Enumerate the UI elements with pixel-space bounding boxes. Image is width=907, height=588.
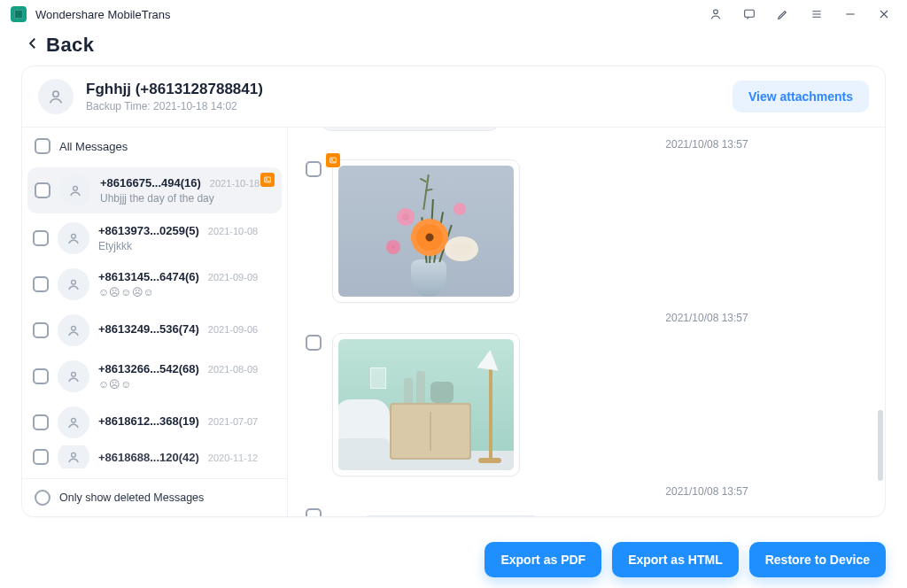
conversation-date: 2021-10-18 bbox=[210, 178, 260, 189]
conversation-name: +8616675...494(16) bbox=[100, 176, 201, 190]
message-timestamp: 2021/10/08 13:57 bbox=[545, 138, 869, 151]
message-checkbox[interactable] bbox=[306, 161, 322, 177]
conversation-date: 2021-09-09 bbox=[208, 272, 258, 282]
conversation-item[interactable]: +8618612...368(19) 2021-07-07 bbox=[22, 399, 287, 445]
back-label: Back bbox=[46, 34, 95, 57]
backup-time: Backup Time: 2021-10-18 14:02 bbox=[86, 100, 263, 112]
image-badge-icon bbox=[326, 153, 340, 167]
conversation-name: +8613145...6474(6) bbox=[98, 270, 199, 283]
all-messages-row[interactable]: All Messages bbox=[22, 128, 287, 166]
actions-row: Export as PDF Export as HTML Restore to … bbox=[485, 542, 886, 577]
conversation-checkbox[interactable] bbox=[35, 182, 50, 198]
avatar bbox=[58, 445, 89, 468]
svg-rect-1 bbox=[745, 10, 755, 17]
image-message[interactable] bbox=[332, 333, 520, 476]
message-row bbox=[306, 507, 869, 516]
message-checkbox[interactable] bbox=[306, 335, 322, 351]
export-pdf-button[interactable]: Export as PDF bbox=[485, 542, 601, 577]
conversation-name: +8613973...0259(5) bbox=[98, 224, 199, 237]
conversation-name: +8613249...536(74) bbox=[98, 322, 199, 336]
conversation-checkbox[interactable] bbox=[33, 449, 49, 465]
message-timestamp: 2021/10/08 13:57 bbox=[545, 485, 869, 498]
avatar bbox=[58, 222, 89, 254]
minimize-icon[interactable] bbox=[838, 2, 863, 27]
image-message[interactable] bbox=[332, 159, 520, 303]
conversation-item[interactable]: +8618688...120(42) 2020-11-12 bbox=[22, 445, 287, 468]
svg-point-5 bbox=[266, 179, 267, 180]
app-logo bbox=[11, 6, 27, 22]
conversation-checkbox[interactable] bbox=[33, 322, 49, 338]
conversation-date: 2021-09-06 bbox=[208, 324, 258, 335]
conversation-date: 2020-11-12 bbox=[208, 453, 258, 463]
avatar bbox=[58, 314, 89, 346]
message-timestamp: 2021/10/08 13:57 bbox=[545, 312, 869, 324]
conversation-header: Fghhjj (+8613128788841) Backup Time: 202… bbox=[22, 66, 885, 128]
export-html-button[interactable]: Export as HTML bbox=[612, 542, 739, 577]
edit-icon[interactable] bbox=[771, 2, 795, 27]
conversation-item[interactable]: +8613266...542(68) 2021-08-09 ☺☹☺ bbox=[22, 353, 287, 399]
svg-point-6 bbox=[72, 234, 76, 238]
deleted-filter-label: Only show deleted Messages bbox=[59, 491, 204, 504]
scrollbar-thumb[interactable] bbox=[878, 410, 883, 481]
conversation-sidebar: All Messages +8616675...494(16) 2021-10-… bbox=[22, 128, 288, 516]
conversation-preview: Uhbjjj the day of the day bbox=[100, 192, 275, 205]
conversation-item[interactable]: +8613145...6474(6) 2021-09-09 ☺☹☺☹☺ bbox=[22, 261, 287, 307]
svg-point-8 bbox=[72, 326, 76, 330]
svg-point-11 bbox=[72, 453, 76, 457]
message-pane: 2021/10/08 13:57 bbox=[288, 128, 885, 516]
deleted-filter-row[interactable]: Only show deleted Messages bbox=[22, 478, 287, 516]
deleted-filter-radio[interactable] bbox=[35, 490, 50, 506]
conversation-name: +8618612...368(19) bbox=[98, 414, 199, 428]
restore-device-button[interactable]: Restore to Device bbox=[749, 542, 886, 577]
avatar bbox=[58, 406, 89, 438]
title-bar: Wondershare MobileTrans bbox=[0, 0, 907, 28]
message-row bbox=[306, 159, 869, 303]
view-attachments-button[interactable]: View attachments bbox=[733, 81, 869, 112]
svg-point-0 bbox=[714, 10, 718, 14]
all-messages-label: All Messages bbox=[59, 140, 128, 153]
svg-point-10 bbox=[72, 418, 76, 422]
conversation-item[interactable]: +8613249...536(74) 2021-09-06 bbox=[22, 307, 287, 353]
message-bubble-partial bbox=[322, 128, 499, 131]
image-badge-icon bbox=[260, 173, 275, 187]
all-messages-checkbox[interactable] bbox=[35, 138, 50, 154]
svg-point-2 bbox=[53, 91, 58, 97]
app-title: Wondershare MobileTrans bbox=[35, 8, 170, 21]
avatar bbox=[58, 360, 89, 392]
message-row bbox=[306, 333, 869, 476]
svg-point-9 bbox=[72, 372, 76, 376]
conversation-preview: ☺☹☺ bbox=[98, 378, 276, 391]
chevron-left-icon bbox=[25, 35, 41, 55]
conversation-preview: ☺☹☺☹☺ bbox=[98, 286, 276, 298]
message-checkbox[interactable] bbox=[306, 508, 322, 516]
content-card: Fghhjj (+8613128788841) Backup Time: 202… bbox=[21, 66, 886, 517]
message-bubble-partial bbox=[362, 515, 539, 516]
conversation-item[interactable]: +8613973...0259(5) 2021-10-08 Etyjkkk bbox=[22, 215, 287, 261]
conversation-name: +8618688...120(42) bbox=[98, 451, 199, 464]
conversation-name: +8613266...542(68) bbox=[98, 362, 199, 375]
avatar bbox=[59, 174, 91, 206]
image-thumbnail bbox=[338, 339, 514, 470]
svg-point-7 bbox=[72, 280, 76, 284]
conversation-checkbox[interactable] bbox=[33, 230, 49, 246]
conversation-checkbox[interactable] bbox=[33, 414, 49, 430]
avatar bbox=[38, 79, 74, 114]
avatar bbox=[58, 268, 89, 300]
svg-point-3 bbox=[74, 186, 78, 190]
conversation-date: 2021-07-07 bbox=[208, 416, 258, 427]
feedback-icon[interactable] bbox=[737, 2, 762, 27]
back-button[interactable]: Back bbox=[0, 28, 907, 66]
conversation-date: 2021-08-09 bbox=[208, 364, 258, 375]
svg-point-13 bbox=[331, 159, 332, 160]
image-thumbnail bbox=[338, 166, 514, 297]
conversation-checkbox[interactable] bbox=[33, 368, 49, 384]
menu-icon[interactable] bbox=[804, 2, 829, 27]
close-icon[interactable] bbox=[872, 2, 896, 27]
conversation-title: Fghhjj (+8613128788841) bbox=[86, 81, 263, 98]
account-icon[interactable] bbox=[703, 2, 728, 27]
conversation-list: +8616675...494(16) 2021-10-18 Uhbjjj the… bbox=[22, 166, 287, 478]
conversation-checkbox[interactable] bbox=[33, 276, 49, 292]
conversation-item[interactable]: +8616675...494(16) 2021-10-18 Uhbjjj the… bbox=[27, 167, 282, 213]
conversation-date: 2021-10-08 bbox=[208, 226, 258, 236]
conversation-preview: Etyjkkk bbox=[98, 240, 276, 252]
